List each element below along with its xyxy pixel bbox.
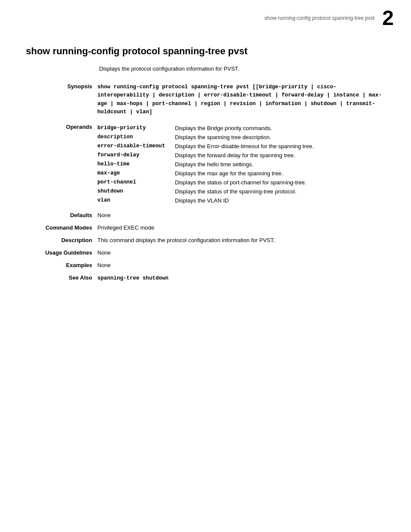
operands-value: bridge-priorityDisplays the Bridge prior…	[95, 119, 385, 208]
operand-row: forward-delayDisplays the forward delay …	[97, 151, 383, 160]
usage-guidelines-value: None	[95, 246, 385, 258]
defaults-row: Defaults None	[26, 208, 385, 221]
operand-name: shutdown	[97, 187, 175, 196]
header-title: show running-config protocol spanning-tr…	[265, 15, 374, 21]
description-label: Description	[26, 233, 95, 246]
usage-guidelines-label: Usage Guidelines	[26, 246, 95, 258]
synopsis-code: show running-config protocol spanning-tr…	[97, 84, 382, 115]
see-also-row: See Also spanning-tree shutdown	[26, 271, 385, 284]
description-value: This command displays the protocol confi…	[95, 233, 385, 246]
operand-row: shutdownDisplays the status of the spann…	[97, 187, 383, 196]
see-also-value: spanning-tree shutdown	[95, 271, 385, 284]
examples-row: Examples None	[26, 258, 385, 271]
operand-name: forward-delay	[97, 151, 175, 160]
examples-label: Examples	[26, 258, 95, 271]
operand-row: bridge-priorityDisplays the Bridge prior…	[97, 124, 383, 133]
operand-name: port-channel	[97, 178, 175, 187]
operand-description: Displays the Bridge priority commands.	[175, 124, 383, 133]
operand-name: error-disable-timeout	[97, 142, 175, 151]
doc-table: Synopsis show running-config protocol sp…	[26, 81, 385, 284]
header-bar: show running-config protocol spanning-tr…	[0, 0, 411, 33]
operand-description: Displays the hello time settings.	[175, 160, 383, 169]
operand-description: Displays the VLAN ID	[175, 196, 383, 205]
synopsis-value: show running-config protocol spanning-tr…	[95, 81, 385, 119]
operand-description: Displays the forward delay for the spann…	[175, 151, 383, 160]
intro-text: Displays the protocol configuration info…	[99, 65, 385, 72]
description-row: Description This command displays the pr…	[26, 233, 385, 246]
operand-description: Displays the status of the spanning-tree…	[175, 187, 383, 196]
operand-description: Displays the max age for the spanning tr…	[175, 169, 383, 178]
page-title: show running-config protocol spanning-tr…	[26, 46, 385, 57]
operand-row: hello-timeDisplays the hello time settin…	[97, 160, 383, 169]
operand-name: description	[97, 133, 175, 142]
operand-name: bridge-priority	[97, 124, 175, 133]
defaults-label: Defaults	[26, 208, 95, 221]
operand-name: max-age	[97, 169, 175, 178]
operands-table: bridge-priorityDisplays the Bridge prior…	[97, 124, 383, 205]
command-modes-row: Command Modes Privileged EXEC mode	[26, 221, 385, 233]
operand-row: port-channelDisplays the status of port-…	[97, 178, 383, 187]
operand-row: max-ageDisplays the max age for the span…	[97, 169, 383, 178]
content-area: show running-config protocol spanning-tr…	[0, 33, 411, 301]
operands-row: Operands bridge-priorityDisplays the Bri…	[26, 119, 385, 208]
command-modes-label: Command Modes	[26, 221, 95, 233]
operand-name: vlan	[97, 196, 175, 205]
usage-guidelines-row: Usage Guidelines None	[26, 246, 385, 258]
operands-label: Operands	[26, 119, 95, 208]
operand-description: Displays the spanning tree description.	[175, 133, 383, 142]
operand-description: Displays the status of port-channel for …	[175, 178, 383, 187]
synopsis-row: Synopsis show running-config protocol sp…	[26, 81, 385, 119]
defaults-value: None	[95, 208, 385, 221]
operand-row: descriptionDisplays the spanning tree de…	[97, 133, 383, 142]
see-also-label: See Also	[26, 271, 95, 284]
chapter-number: 2	[382, 8, 394, 28]
operand-row: vlanDisplays the VLAN ID	[97, 196, 383, 205]
operand-name: hello-time	[97, 160, 175, 169]
see-also-code: spanning-tree shutdown	[97, 275, 168, 281]
operand-row: error-disable-timeoutDisplays the Error-…	[97, 142, 383, 151]
operand-description: Displays the Error-disable-timeout for t…	[175, 142, 383, 151]
page-container: show running-config protocol spanning-tr…	[0, 0, 411, 532]
synopsis-label: Synopsis	[26, 81, 95, 119]
examples-value: None	[95, 258, 385, 271]
command-modes-value: Privileged EXEC mode	[95, 221, 385, 233]
